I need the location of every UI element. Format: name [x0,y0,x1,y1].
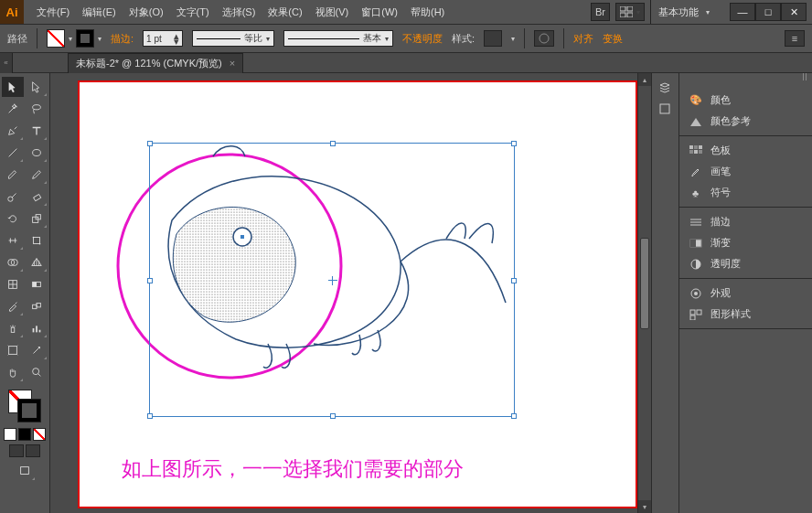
transform-label[interactable]: 变换 [603,32,623,46]
fill-swatch[interactable] [47,29,65,48]
panel-color[interactable]: 🎨颜色 [679,90,812,111]
stroke-box[interactable] [17,399,41,422]
stroke-profile-dropdown[interactable]: 等比▾ [192,30,274,47]
perspective-grid-tool[interactable] [26,252,48,273]
symbol-sprayer-tool[interactable] [2,318,24,338]
free-transform-tool[interactable] [26,230,48,251]
brush-definition-dropdown[interactable]: 基本▾ [283,30,393,47]
hand-tool[interactable] [2,362,24,382]
color-mode-none[interactable] [33,428,46,441]
shape-builder-tool[interactable] [2,252,24,273]
panel-dock-collapse[interactable] [679,73,812,86]
scroll-up-button[interactable]: ▴ [638,73,652,86]
panel-symbols[interactable]: ♣符号 [679,182,812,203]
column-graph-tool[interactable] [26,318,48,338]
layers-panel-icon[interactable] [656,79,674,95]
type-tool[interactable] [26,121,48,141]
selection-bounding-box[interactable] [149,143,515,417]
resize-handle-n[interactable] [330,141,336,146]
line-tool[interactable] [2,143,24,163]
color-mode-gradient[interactable] [18,428,31,441]
panel-brushes[interactable]: 画笔 [679,161,812,182]
blend-tool[interactable] [26,296,48,316]
pencil-tool[interactable] [26,165,48,185]
menu-edit[interactable]: 编辑(E) [77,3,122,22]
vertical-scrollbar[interactable]: ▴ ▾ [637,73,652,513]
artboards-panel-icon[interactable] [656,101,674,117]
chevron-down-icon[interactable]: ▾ [98,35,102,43]
menu-select[interactable]: 选择(S) [217,3,262,22]
change-screen-mode[interactable] [14,461,36,481]
menu-view[interactable]: 视图(V) [310,3,355,22]
scale-tool[interactable] [26,208,48,229]
eraser-tool[interactable] [26,187,48,207]
panel-graphic-styles[interactable]: 图形样式 [679,304,812,325]
svg-rect-20 [32,305,36,308]
align-label[interactable]: 对齐 [573,32,593,46]
svg-rect-26 [8,347,16,355]
scroll-thumb[interactable] [640,238,650,329]
pen-tool[interactable] [2,121,24,141]
ellipse-tool[interactable] [26,143,48,163]
document-tab[interactable]: 未标题-2* @ 121% (CMYK/预览) × [68,53,243,73]
magic-wand-tool[interactable] [2,99,24,119]
eyedropper-tool[interactable] [2,296,24,316]
menu-effect[interactable]: 效果(C) [262,3,307,22]
resize-handle-w[interactable] [147,278,153,283]
stroke-swatch[interactable] [76,29,94,48]
arrange-documents-button[interactable]: ▾ [615,3,645,21]
artboard[interactable]: 如上图所示，一一选择我们需要的部分 [78,80,637,508]
panel-menu-button[interactable]: ≡ [785,30,805,47]
resize-handle-nw[interactable] [147,141,153,146]
menu-file[interactable]: 文件(F) [31,3,75,22]
gradient-tool[interactable] [26,274,48,294]
paintbrush-tool[interactable] [2,165,24,185]
panel-appearance[interactable]: 外观 [679,283,812,304]
menu-type[interactable]: 文字(T) [171,3,215,22]
mesh-tool[interactable] [2,274,24,294]
rotate-tool[interactable] [2,208,24,229]
selection-tool[interactable] [2,77,24,97]
tab-close-button[interactable]: × [230,58,235,69]
panel-color-guide[interactable]: 颜色参考 [679,111,812,132]
bridge-button[interactable]: Br [591,3,610,21]
workspace-switcher[interactable]: 基本功能 ▾ [650,0,715,24]
svg-rect-41 [699,150,702,154]
fill-stroke-indicator[interactable] [6,388,43,424]
slice-tool[interactable] [26,340,48,360]
menu-object[interactable]: 对象(O) [123,3,169,22]
resize-handle-s[interactable] [330,413,336,419]
blob-brush-tool[interactable] [2,187,24,207]
resize-handle-e[interactable] [511,278,517,283]
chevron-down-icon[interactable]: ▾ [69,35,72,43]
width-tool[interactable] [2,230,24,251]
resize-handle-sw[interactable] [147,413,153,419]
lasso-tool[interactable] [26,99,48,119]
resize-handle-ne[interactable] [511,141,517,146]
recolor-button[interactable] [534,30,554,47]
opacity-label[interactable]: 不透明度 [402,32,443,46]
panel-transparency[interactable]: 透明度 [679,253,812,274]
resize-handle-se[interactable] [511,413,517,419]
toolbox-collapse-button[interactable]: « [0,53,13,73]
scroll-down-button[interactable]: ▾ [638,500,652,513]
close-button[interactable]: ✕ [781,3,807,21]
panel-stroke[interactable]: 描边 [679,211,812,232]
style-swatch[interactable] [484,30,502,47]
panel-swatches[interactable]: 色板 [679,140,812,161]
artboard-tool[interactable] [2,340,24,360]
canvas-area[interactable]: 如上图所示，一一选择我们需要的部分 [50,73,637,513]
panel-gradient[interactable]: 渐变 [679,232,812,253]
minimize-button[interactable]: — [730,3,755,21]
screen-mode-normal[interactable] [9,444,24,457]
chevron-down-icon[interactable]: ▾ [511,35,515,43]
menu-window[interactable]: 窗口(W) [356,3,403,22]
color-mode-solid[interactable] [4,428,16,441]
stroke-weight-input[interactable]: 1 pt ▴▾ [143,30,183,47]
direct-selection-tool[interactable] [26,77,48,97]
maximize-button[interactable]: □ [755,3,781,21]
screen-mode-full[interactable] [26,444,40,457]
zoom-tool[interactable] [26,362,48,382]
stroke-label[interactable]: 描边: [111,32,134,46]
menu-help[interactable]: 帮助(H) [405,3,450,22]
